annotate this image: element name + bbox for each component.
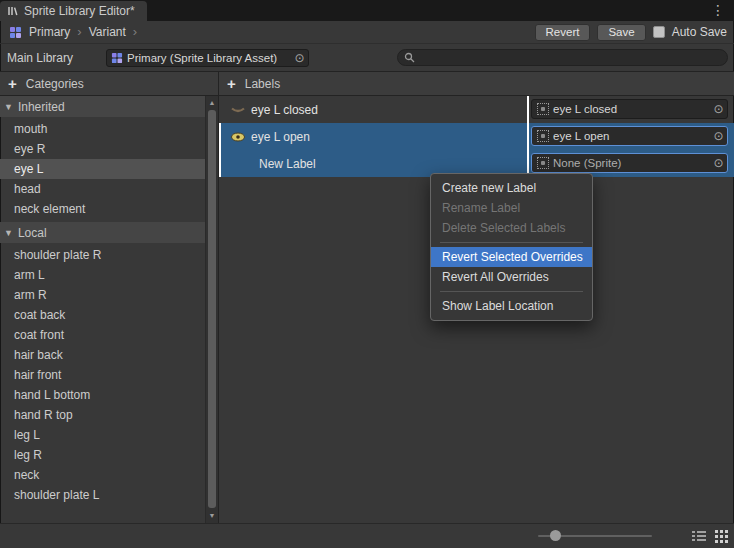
menu-separator (440, 291, 583, 292)
menu-item-show-label-location[interactable]: Show Label Location (431, 296, 592, 316)
category-item-coat-back[interactable]: coat back (0, 305, 205, 325)
label-name: eye L closed (251, 103, 318, 117)
sprite-icon (537, 103, 549, 115)
save-button[interactable]: Save (597, 24, 645, 41)
object-field-value: eye L open (553, 130, 710, 142)
list-view-icon[interactable] (692, 530, 706, 542)
sprite-library-editor-window: Sprite Library Editor* ⋮ Primary › Varia… (0, 0, 734, 548)
sprite-object-field[interactable]: eye L open⊙ (531, 126, 728, 146)
context-menu: Create new LabelRename LabelDelete Selec… (430, 173, 593, 321)
eye-open-thumbnail (229, 128, 247, 146)
breadcrumb-variant[interactable]: Variant (89, 25, 126, 39)
category-item-hair-front[interactable]: hair front (0, 365, 205, 385)
menu-item-revert-selected-overrides[interactable]: Revert Selected Overrides (431, 247, 592, 267)
categories-panel-header: + Categories (0, 71, 218, 96)
add-category-button[interactable]: + (8, 78, 17, 90)
sprite-object-field[interactable]: None (Sprite)⊙ (531, 153, 728, 173)
sprite-object-field[interactable]: eye L closed⊙ (531, 99, 728, 119)
category-item-head[interactable]: head (0, 179, 205, 199)
object-field-value: eye L closed (553, 103, 710, 115)
labels-panel-title: Labels (245, 77, 280, 91)
category-item-eye-r[interactable]: eye R (0, 139, 205, 159)
sprite-icon (537, 130, 549, 142)
menu-item-create-new-label[interactable]: Create new Label (431, 178, 592, 198)
status-bar (0, 523, 734, 548)
category-item-coat-front[interactable]: coat front (0, 325, 205, 345)
label-name: New Label (259, 157, 316, 171)
category-item-leg-r[interactable]: leg R (0, 445, 205, 465)
revert-button[interactable]: Revert (535, 24, 591, 41)
menu-item-rename-label: Rename Label (431, 198, 592, 218)
eye-closed-thumbnail (229, 101, 247, 119)
auto-save-checkbox[interactable] (653, 26, 665, 38)
menu-item-revert-all-overrides[interactable]: Revert All Overrides (431, 267, 592, 287)
auto-save-label: Auto Save (672, 25, 727, 39)
menu-separator (440, 242, 583, 243)
main-library-object-field[interactable]: Primary (Sprite Library Asset) ⊙ (106, 49, 309, 67)
category-item-shoulder-plate-r[interactable]: shoulder plate R (0, 245, 205, 265)
main-library-label: Main Library (7, 51, 106, 65)
object-field-value: None (Sprite) (553, 157, 710, 169)
foldout-icon: ▼ (4, 102, 13, 112)
foldout-icon: ▼ (4, 228, 13, 238)
category-item-neck[interactable]: neck (0, 465, 205, 485)
category-item-shoulder-plate-l[interactable]: shoulder plate L (0, 485, 205, 505)
scroll-down-icon[interactable]: ▼ (206, 509, 218, 522)
sprite-library-asset-icon (111, 52, 123, 64)
label-row-eye-l-closed[interactable]: eye L closedeye L closed⊙ (219, 96, 734, 123)
scroll-up-icon[interactable]: ▲ (206, 96, 218, 109)
object-picker-icon[interactable]: ⊙ (710, 102, 727, 116)
category-group-local[interactable]: ▼Local (0, 222, 205, 243)
tab-title: Sprite Library Editor* (24, 4, 135, 18)
category-group-label: Inherited (18, 100, 65, 114)
categories-scrollbar[interactable]: ▲ ▼ (205, 96, 218, 524)
categories-panel: + Categories ▼Inheritedmoutheye Reye Lhe… (0, 71, 219, 524)
category-item-neck-element[interactable]: neck element (0, 199, 205, 219)
scrollbar-thumb[interactable] (208, 110, 216, 508)
tab-bar: Sprite Library Editor* ⋮ (0, 0, 734, 21)
eye-closed-sprite-thumbnail (230, 104, 246, 116)
main-library-field-value: Primary (Sprite Library Asset) (127, 52, 291, 64)
category-item-hand-r-top[interactable]: hand R top (0, 405, 205, 425)
category-item-mouth[interactable]: mouth (0, 119, 205, 139)
categories-panel-title: Categories (26, 77, 84, 91)
search-input[interactable] (420, 52, 721, 64)
eye-open-sprite-thumbnail (230, 131, 246, 143)
menu-item-delete-selected-labels: Delete Selected Labels (431, 218, 592, 238)
library-asset-icon (9, 26, 22, 39)
main-library-bar: Main Library Primary (Sprite Library Ass… (0, 44, 734, 71)
toolbar-actions: Revert Save Auto Save (535, 24, 727, 41)
chevron-right-icon: › (77, 26, 81, 38)
grid-view-icon[interactable] (715, 530, 728, 543)
category-group-inherited[interactable]: ▼Inherited (0, 96, 205, 117)
override-indicator (219, 123, 221, 150)
category-item-eye-l[interactable]: eye L (0, 159, 205, 179)
object-picker-icon[interactable]: ⊙ (291, 51, 308, 65)
override-bar (527, 96, 529, 123)
override-indicator (219, 150, 221, 177)
object-picker-icon[interactable]: ⊙ (710, 129, 727, 143)
search-icon (404, 52, 415, 63)
thumbnail-placeholder (229, 155, 255, 173)
chevron-right-icon: › (133, 26, 137, 38)
override-bar (527, 123, 529, 150)
breadcrumb-primary[interactable]: Primary (29, 25, 70, 39)
category-item-hand-l-bottom[interactable]: hand L bottom (0, 385, 205, 405)
kebab-menu-icon[interactable]: ⋮ (711, 2, 725, 18)
tab-sprite-library-editor[interactable]: Sprite Library Editor* (0, 1, 147, 21)
label-row-eye-l-open[interactable]: eye L openeye L open⊙ (219, 123, 734, 150)
zoom-slider-handle[interactable] (550, 530, 561, 541)
category-item-hair-back[interactable]: hair back (0, 345, 205, 365)
category-item-arm-l[interactable]: arm L (0, 265, 205, 285)
category-item-arm-r[interactable]: arm R (0, 285, 205, 305)
add-label-button[interactable]: + (227, 78, 236, 90)
sprite-icon (537, 157, 549, 169)
object-picker-icon[interactable]: ⊙ (710, 156, 727, 170)
labels-panel-header: + Labels (219, 71, 734, 96)
search-box[interactable] (397, 49, 728, 66)
categories-list: ▼Inheritedmoutheye Reye Lheadneck elemen… (0, 96, 205, 524)
category-item-leg-l[interactable]: leg L (0, 425, 205, 445)
label-name: eye L open (251, 130, 310, 144)
breadcrumb-toolbar: Primary › Variant › Revert Save Auto Sav… (0, 21, 734, 44)
sprite-library-icon (7, 5, 19, 17)
